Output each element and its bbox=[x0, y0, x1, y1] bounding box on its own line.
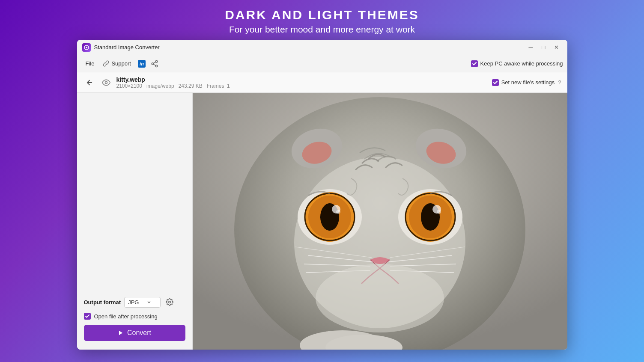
svg-point-28 bbox=[437, 210, 441, 214]
page-header: DARK AND LIGHT THEMES For your better mo… bbox=[0, 0, 644, 40]
file-meta: 2100×2100 image/webp 243.29 KB Frames 1 bbox=[116, 83, 230, 89]
svg-point-3 bbox=[155, 65, 158, 67]
left-panel: Output format JPG bbox=[77, 93, 193, 350]
back-button[interactable] bbox=[83, 77, 96, 88]
svg-point-38 bbox=[316, 264, 444, 332]
minimize-button[interactable]: ─ bbox=[525, 42, 537, 53]
linkedin-icon: in bbox=[138, 60, 146, 68]
svg-line-5 bbox=[153, 62, 155, 63]
svg-point-1 bbox=[155, 60, 158, 62]
title-bar: Standard Image Converter ─ □ ✕ bbox=[77, 40, 567, 55]
svg-point-21 bbox=[336, 210, 340, 214]
open-file-checkbox[interactable] bbox=[84, 313, 91, 320]
file-name: kitty.webp bbox=[116, 76, 230, 83]
gear-icon bbox=[166, 298, 173, 306]
linkedin-menu-item[interactable]: in bbox=[135, 58, 148, 69]
output-format-row: Output format JPG bbox=[84, 297, 185, 308]
window-title: Standard Image Converter bbox=[94, 44, 525, 50]
share-icon bbox=[151, 60, 158, 68]
menu-bar: File Support in bbox=[77, 55, 567, 72]
back-arrow-icon bbox=[86, 79, 93, 86]
keep-awake-checkbox[interactable] bbox=[471, 60, 478, 67]
convert-button[interactable]: Convert bbox=[84, 325, 185, 341]
open-file-label: Open file after processing bbox=[94, 313, 158, 320]
format-settings-button[interactable] bbox=[164, 297, 175, 308]
app-icon bbox=[82, 43, 91, 52]
format-value: JPG bbox=[128, 299, 139, 306]
file-menu[interactable]: File bbox=[81, 59, 99, 68]
svg-marker-8 bbox=[119, 331, 122, 335]
set-new-file-checkbox-label[interactable]: Set new file's settings bbox=[492, 79, 555, 86]
set-new-file-label: Set new file's settings bbox=[501, 79, 555, 86]
share-menu-item[interactable] bbox=[148, 58, 161, 69]
page-subtitle: For your better mood and more energy at … bbox=[0, 24, 644, 35]
set-new-file-checkbox[interactable] bbox=[492, 79, 499, 86]
output-format-label: Output format bbox=[84, 299, 121, 306]
close-button[interactable]: ✕ bbox=[551, 42, 562, 53]
svg-point-7 bbox=[169, 301, 171, 303]
support-menu[interactable]: Support bbox=[98, 59, 135, 68]
set-new-file-hint[interactable]: ? bbox=[558, 79, 561, 86]
cat-image bbox=[193, 93, 567, 350]
svg-point-2 bbox=[152, 62, 154, 65]
keep-awake-checkbox-label[interactable]: Keep PC awake while processing bbox=[471, 60, 563, 67]
chevron-down-icon bbox=[146, 300, 152, 305]
convert-label: Convert bbox=[127, 329, 151, 337]
open-file-row[interactable]: Open file after processing bbox=[84, 313, 185, 320]
file-details: kitty.webp 2100×2100 image/webp 243.29 K… bbox=[116, 76, 230, 89]
maximize-button[interactable]: □ bbox=[538, 42, 549, 53]
page-title: DARK AND LIGHT THEMES bbox=[0, 8, 644, 22]
play-icon bbox=[118, 330, 124, 336]
format-select[interactable]: JPG bbox=[124, 297, 161, 308]
eye-icon bbox=[102, 78, 110, 87]
link-icon bbox=[103, 60, 109, 67]
main-content: Output format JPG bbox=[77, 93, 567, 350]
file-info-bar: kitty.webp 2100×2100 image/webp 243.29 K… bbox=[77, 72, 567, 93]
preview-button[interactable] bbox=[100, 77, 112, 89]
svg-point-6 bbox=[105, 81, 107, 83]
svg-line-4 bbox=[153, 64, 155, 65]
app-window: Standard Image Converter ─ □ ✕ File Supp… bbox=[77, 40, 567, 350]
image-panel bbox=[193, 93, 567, 350]
keep-awake-label: Keep PC awake while processing bbox=[480, 60, 563, 67]
